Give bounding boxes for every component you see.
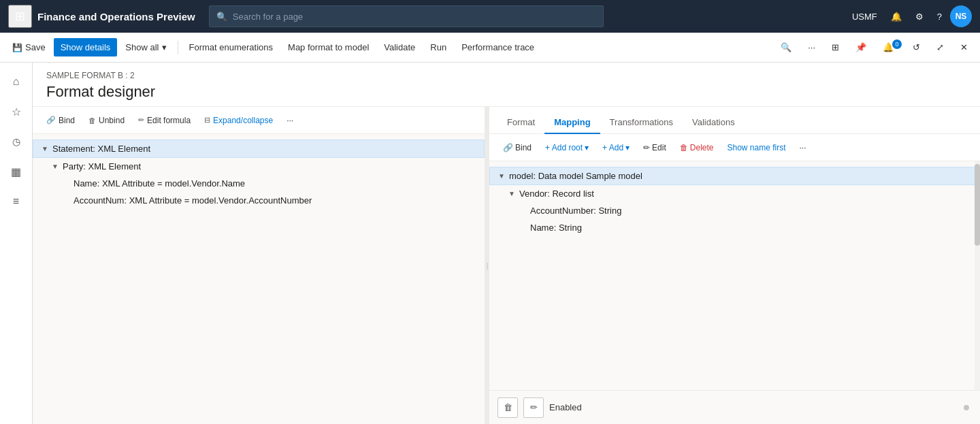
bell-button[interactable]: 🔔 (885, 9, 907, 25)
chevron-icon: ▼ (42, 145, 50, 152)
bottom-status-label: Enabled (549, 402, 582, 412)
bind-button[interactable]: 🔗 Bind (41, 113, 80, 128)
rpanel-add-root-button[interactable]: + Add root ▾ (540, 140, 594, 155)
chevron-icon: ▼ (508, 190, 517, 197)
right-tree-item-label: Vendor: Record list (519, 189, 594, 199)
sidebar-star-button[interactable]: ☆ (3, 98, 30, 125)
sidebar-clock-button[interactable]: ◷ (3, 128, 30, 155)
unbind-button[interactable]: 🗑 Unbind (83, 113, 130, 128)
expand-collapse-button[interactable]: ⊟ Expand/collapse (199, 113, 278, 128)
left-tree: ▼ Statement: XML Element ▼ Party: XML El… (33, 134, 485, 424)
breadcrumb: SAMPLE FORMAT B : 2 (46, 71, 966, 80)
rpanel-add-button[interactable]: + Add ▾ (597, 140, 635, 155)
show-all-button[interactable]: Show all ▾ (118, 38, 173, 56)
trash-icon: 🗑 (680, 143, 688, 152)
dot-indicator (964, 405, 969, 410)
left-panel-toolbar: 🔗 Bind 🗑 Unbind ✏ Edit formula ⊟ Expand/… (33, 107, 485, 134)
right-tree-item[interactable]: AccountNumber: String (489, 202, 980, 219)
main-container: ⌂ ☆ ◷ ▦ ≡ SAMPLE FORMAT B : 2 Format des… (0, 63, 980, 424)
user-code-button[interactable]: USMF (847, 9, 883, 25)
toolbar-pin-button[interactable]: 📌 (849, 38, 873, 56)
sidebar-table-button[interactable]: ▦ (3, 158, 30, 185)
tree-item[interactable]: AccountNum: XML Attribute = model.Vendor… (33, 192, 485, 209)
tree-item[interactable]: ▼ Statement: XML Element (33, 140, 485, 158)
toolbar-notification-button[interactable]: 🔔0 (876, 38, 903, 56)
tree-item[interactable]: ▼ Party: XML Element (33, 158, 485, 175)
search-icon: 🔍 (216, 12, 227, 22)
app-title: Finance and Operations Preview (37, 11, 195, 22)
save-icon: 💾 (12, 43, 22, 52)
tab-validations[interactable]: Validations (683, 112, 745, 134)
right-tree-item-label: AccountNumber: String (530, 206, 621, 216)
rpanel-more-button[interactable]: ··· (794, 140, 812, 155)
rpanel-delete-button[interactable]: 🗑 Delete (674, 140, 719, 155)
sidebar-home-button[interactable]: ⌂ (3, 68, 30, 95)
sidebar-icons: ⌂ ☆ ◷ ▦ ≡ (0, 63, 33, 424)
clock-icon: ◷ (12, 136, 20, 147)
top-nav-right: USMF 🔔 ⚙ ? NS (847, 5, 972, 27)
rpanel-bind-button[interactable]: 🔗 Bind (497, 140, 537, 155)
home-icon: ⌂ (13, 76, 20, 88)
left-panel: 🔗 Bind 🗑 Unbind ✏ Edit formula ⊟ Expand/… (33, 107, 485, 424)
tab-mapping[interactable]: Mapping (544, 112, 600, 134)
designer-area: 🔗 Bind 🗑 Unbind ✏ Edit formula ⊟ Expand/… (33, 107, 980, 424)
avatar[interactable]: NS (950, 5, 972, 27)
question-icon: ? (937, 12, 942, 22)
grid-menu-button[interactable]: ⊞ (8, 5, 32, 28)
help-button[interactable]: ? (932, 9, 947, 25)
right-tree-item[interactable]: ▼ Vendor: Record list (489, 185, 980, 202)
right-panel-bottom: 🗑 ✏ Enabled (489, 390, 980, 424)
sidebar-list-button[interactable]: ≡ (3, 188, 30, 215)
right-tree-item-label: Name: String (530, 223, 582, 233)
toolbar-grid-button[interactable]: ⊞ (825, 38, 846, 56)
tree-item-label: AccountNum: XML Attribute = model.Vendor… (74, 195, 312, 206)
bell-icon: 🔔 (891, 12, 902, 22)
validate-button[interactable]: Validate (377, 38, 422, 56)
performance-trace-button[interactable]: Performance trace (455, 38, 541, 56)
left-more-button[interactable]: ··· (281, 113, 299, 128)
map-format-button[interactable]: Map format to model (281, 38, 376, 56)
toolbar-close-button[interactable]: ✕ (953, 38, 975, 56)
right-panel-toolbar: 🔗 Bind + Add root ▾ + Add ▾ ✏ Edit (489, 134, 980, 161)
gear-icon: ⚙ (915, 12, 924, 22)
right-tree: ▼ model: Data model Sample model ▼ Vendo… (489, 161, 980, 390)
tab-format[interactable]: Format (497, 112, 544, 134)
edit-formula-button[interactable]: ✏ Edit formula (133, 113, 196, 128)
search-input[interactable] (233, 12, 596, 22)
pencil-icon: ✏ (530, 402, 538, 412)
format-enumerations-button[interactable]: Format enumerations (182, 38, 280, 56)
chevron-down-icon: ▾ (162, 42, 167, 52)
toolbar-refresh-button[interactable]: ↺ (906, 38, 927, 56)
pencil-icon: ✏ (138, 116, 144, 125)
tree-item[interactable]: Name: XML Attribute = model.Vendor.Name (33, 175, 485, 192)
bottom-edit-button[interactable]: ✏ (523, 397, 544, 418)
list-icon: ≡ (13, 195, 19, 208)
tree-item-label: Party: XML Element (63, 161, 141, 172)
show-details-button[interactable]: Show details (54, 38, 118, 56)
link-icon: 🔗 (503, 143, 513, 152)
expand-icon: ⊟ (204, 116, 210, 125)
toolbar-search-button[interactable]: 🔍 (774, 38, 798, 56)
toolbar-more-button[interactable]: ··· (801, 38, 822, 56)
right-panel: Format Mapping Transformations Validatio… (489, 107, 980, 424)
tab-transformations[interactable]: Transformations (600, 112, 683, 134)
top-nav: ⊞ Finance and Operations Preview 🔍 USMF … (0, 0, 980, 33)
run-button[interactable]: Run (423, 38, 453, 56)
right-scrollbar[interactable] (975, 161, 980, 390)
tabs-bar: Format Mapping Transformations Validatio… (489, 107, 980, 134)
save-button[interactable]: 💾 Save (5, 38, 52, 56)
right-tree-item[interactable]: ▼ model: Data model Sample model (489, 167, 980, 185)
right-tree-item-label: model: Data model Sample model (509, 171, 642, 181)
bottom-delete-button[interactable]: 🗑 (497, 397, 518, 418)
gear-button[interactable]: ⚙ (910, 9, 929, 25)
page-header: SAMPLE FORMAT B : 2 Format designer (33, 63, 980, 107)
rpanel-edit-button[interactable]: ✏ Edit (638, 140, 672, 155)
tree-item-label: Statement: XML Element (52, 144, 150, 154)
rpanel-show-name-button[interactable]: Show name first (721, 140, 791, 155)
right-tree-item[interactable]: Name: String (489, 219, 980, 236)
toolbar-open-button[interactable]: ⤢ (930, 38, 951, 56)
search-icon: 🔍 (781, 42, 791, 52)
chevron-down-icon: ▾ (585, 143, 589, 152)
chevron-icon: ▼ (498, 172, 506, 180)
chevron-icon: ▼ (52, 163, 60, 170)
